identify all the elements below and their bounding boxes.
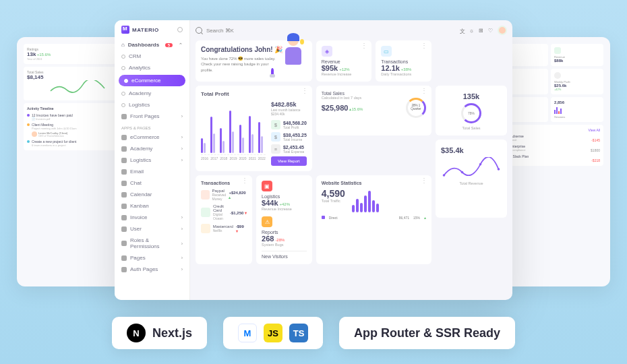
nav-email[interactable]: Email — [115, 166, 189, 177]
congrats-card: Congratulations John! 🎉 You have done 72… — [196, 40, 312, 82]
more-icon[interactable]: ⋮ — [421, 179, 427, 182]
logistics-card: ▣ Logistics $44k +42% Revenue Increase ⚠… — [256, 175, 312, 264]
svg-point-3 — [498, 168, 500, 171]
file-icon — [121, 255, 127, 261]
plant-illustration — [270, 68, 275, 78]
logo-icon — [121, 26, 129, 34]
profit-title: Total Profit — [201, 91, 307, 97]
chevron-right-icon: › — [181, 114, 183, 119]
chevron-up-icon: ⌃ — [179, 42, 183, 48]
transactions-card: ⋮ ▭ Transactions 12.1k +38% Daily Transa… — [376, 40, 431, 82]
bug-icon: ⚠ — [262, 216, 272, 227]
avatar[interactable] — [498, 26, 507, 35]
nextjs-pill: N Next.js — [112, 317, 207, 349]
legend-dot — [322, 216, 325, 219]
more-icon[interactable]: ⋮ — [421, 90, 427, 92]
transaction-row[interactable]: MastercardNetflix-$99 ▾ — [201, 224, 247, 233]
home-icon: ⌂ — [121, 42, 125, 48]
more-icon[interactable]: ⋮ — [421, 44, 427, 47]
lock-icon — [121, 267, 127, 272]
website-statistics-card: ⋮ Website Statistics 4,590 Total Traffic… — [316, 175, 431, 264]
collapse-icon[interactable] — [177, 27, 183, 32]
nav-chat[interactable]: Chat — [115, 177, 189, 189]
truck-icon — [121, 158, 127, 163]
features-pill: App Router & SSR Ready — [339, 317, 515, 349]
transactions-list-card: ⋮ Transactions PaypalReceived Money+$24,… — [196, 175, 252, 264]
js-icon: JS — [264, 324, 282, 342]
total-revenue-card: $35.4k Total Revenue — [436, 140, 507, 218]
person-illustration — [280, 35, 307, 75]
ts-icon: TS — [289, 324, 308, 342]
brand-logo[interactable]: MATERIO — [115, 26, 189, 39]
calendar-icon — [121, 192, 127, 198]
more-icon[interactable]: ⋮ — [361, 44, 367, 47]
truck-icon: ▣ — [262, 181, 272, 191]
nav-calendar[interactable]: Calendar — [115, 189, 189, 200]
nav-analytics[interactable]: Analytics — [115, 62, 189, 73]
shield-icon — [121, 241, 127, 246]
more-icon[interactable]: ⋮ — [241, 179, 248, 182]
profit-bar-chart — [201, 101, 266, 155]
nav-logistics[interactable]: Logistics — [115, 99, 189, 111]
revenue-card: ⋮ ◈ Revenue $95k +12% Revenue Increase — [316, 40, 372, 82]
nav-section-apps: Apps & Pages — [115, 122, 189, 131]
nav-ecommerce-app[interactable]: eCommerce› — [115, 131, 189, 143]
transaction-row[interactable]: PaypalReceived Money+$24,820 ▴ — [201, 189, 247, 201]
nav-academy-app[interactable]: Academy› — [115, 143, 189, 154]
total-sales-small-card: 135k 78% Total Sales — [436, 86, 507, 135]
language-icon[interactable]: 文 — [460, 28, 466, 34]
nav-kanban[interactable]: Kanban — [115, 200, 189, 212]
nextjs-icon: N — [127, 324, 146, 342]
main-dashboard-window: MATERIO ⌂Dashboards5⌃ CRM Analytics eCom… — [115, 20, 512, 300]
user-icon — [121, 226, 127, 232]
nav-badge: 5 — [165, 43, 173, 47]
total-sales-card: ⋮ Total Sales Calculated in last 7 days … — [316, 86, 431, 135]
revenue-line-chart — [441, 157, 502, 181]
kanban-icon — [121, 204, 127, 209]
nav-dashboards[interactable]: ⌂Dashboards5⌃ — [115, 39, 189, 51]
trend-up-icon: ▴ — [424, 215, 426, 220]
nav-crm[interactable]: CRM — [115, 51, 189, 62]
mail-icon — [121, 169, 127, 175]
book-icon — [121, 146, 127, 152]
nav-auth[interactable]: Auth Pages› — [115, 264, 189, 275]
apps-icon[interactable]: ⊞ — [479, 28, 485, 34]
sidebar: MATERIO ⌂Dashboards5⌃ CRM Analytics eCom… — [115, 20, 190, 300]
mui-icon: M — [238, 324, 257, 342]
nav-front-pages[interactable]: Front Pages› — [115, 111, 189, 122]
topbar: Search ⌘K 文 ☼ ⊞ ♡ — [196, 26, 507, 35]
chat-icon — [121, 181, 127, 186]
traffic-row: Direct 86,471 15% ▴ — [322, 215, 426, 220]
donut-chart: 28% 1 Quarter — [406, 98, 426, 118]
cart-icon — [121, 135, 127, 140]
pages-icon — [121, 114, 127, 119]
svg-point-1 — [461, 171, 464, 174]
svg-point-0 — [443, 174, 446, 177]
nav-user[interactable]: User› — [115, 223, 189, 235]
notification-icon[interactable]: ♡ — [488, 28, 494, 34]
nav-roles[interactable]: Roles & Permissions› — [115, 235, 189, 252]
invoice-icon — [121, 215, 127, 220]
nav-academy[interactable]: Academy — [115, 88, 189, 99]
tech-pills: N Next.js M JS TS App Router & SSR Ready — [0, 317, 627, 349]
cube-icon: ◈ — [322, 46, 332, 57]
tech-stack-pill: M JS TS — [223, 317, 323, 349]
card-icon: ▭ — [381, 46, 392, 57]
nav-invoice[interactable]: Invoice› — [115, 212, 189, 223]
nav-ecommerce[interactable]: eCommerce — [119, 75, 185, 86]
traffic-bar-chart — [352, 188, 379, 212]
more-icon[interactable]: ⋮ — [301, 90, 308, 92]
total-profit-card: ⋮ Total Profit 2016201720182019202020212… — [196, 86, 312, 171]
progress-ring: 78% — [461, 103, 481, 123]
transaction-row[interactable]: Credit CardDigital Ocean-$1,250 ▾ — [201, 204, 247, 220]
nav-pages[interactable]: Pages› — [115, 252, 189, 264]
svg-point-2 — [479, 163, 482, 166]
brand-name: MATERIO — [132, 27, 159, 33]
view-report-button[interactable]: View Report — [271, 156, 307, 166]
main-content: Search ⌘K 文 ☼ ⊞ ♡ Congratulations John! … — [190, 20, 512, 300]
nav-logistics-app[interactable]: Logistics› — [115, 154, 189, 166]
search-input[interactable]: Search ⌘K — [206, 28, 234, 34]
search-icon[interactable] — [196, 27, 202, 34]
theme-icon[interactable]: ☼ — [469, 28, 475, 34]
